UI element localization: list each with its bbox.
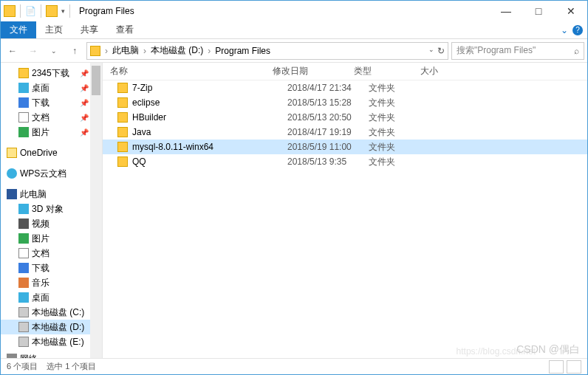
tree-item-label: 本地磁盘 (C:) xyxy=(32,306,84,319)
history-dropdown[interactable]: ⌄ xyxy=(45,42,63,60)
tree-item[interactable]: 此电脑 xyxy=(1,187,102,202)
scrollbar-thumb[interactable] xyxy=(92,66,100,95)
tree-item[interactable]: OneDrive xyxy=(1,145,102,160)
scrollbar[interactable] xyxy=(90,63,102,358)
back-button[interactable]: ← xyxy=(4,42,21,60)
tree-item[interactable]: 文档📌 xyxy=(1,110,102,125)
search-input[interactable]: 搜索"Program Files" ⌕ xyxy=(451,42,584,60)
folder-icon xyxy=(90,46,100,56)
forward-button[interactable]: → xyxy=(24,42,42,60)
dl-icon xyxy=(18,263,29,273)
table-row[interactable]: Java2018/4/17 19:19文件夹 xyxy=(103,125,587,140)
table-row[interactable]: HBuilder2018/5/13 20:50文件夹 xyxy=(103,110,587,125)
doc-icon[interactable]: 📄 xyxy=(25,6,36,16)
tree-item-label: 文档 xyxy=(32,247,49,260)
file-date: 2018/5/13 9:35 xyxy=(287,156,369,167)
breadcrumb[interactable]: 此电脑 xyxy=(109,44,142,57)
tab-home[interactable]: 主页 xyxy=(36,21,72,38)
col-name[interactable]: 名称 xyxy=(110,65,273,78)
file-name: HBuilder xyxy=(132,112,287,123)
tree-item[interactable]: 本地磁盘 (E:) xyxy=(1,334,102,349)
tree-item[interactable]: 下载📌 xyxy=(1,95,102,110)
window-title: Program Files xyxy=(79,6,134,16)
breadcrumb[interactable]: 本地磁盘 (D:) xyxy=(148,44,206,57)
up-button[interactable]: ↑ xyxy=(66,42,83,60)
desk-icon xyxy=(18,83,29,93)
search-icon[interactable]: ⌕ xyxy=(574,46,579,56)
chevron-right-icon[interactable]: › xyxy=(142,46,148,56)
folder-icon xyxy=(117,156,128,167)
pin-icon: 📌 xyxy=(80,69,89,78)
tree-item-label: 桌面 xyxy=(32,82,49,94)
file-date: 2018/4/17 19:19 xyxy=(287,127,369,137)
tree-item[interactable]: 图片📌 xyxy=(1,125,102,140)
file-name: mysql-8.0.11-winx64 xyxy=(132,142,287,152)
separator xyxy=(69,4,70,18)
file-type: 文件夹 xyxy=(369,97,435,109)
breadcrumb[interactable]: Program Files xyxy=(212,46,273,56)
tree-item[interactable]: 本地磁盘 (C:) xyxy=(1,305,102,320)
column-headers[interactable]: 名称 修改日期 类型 大小 xyxy=(103,63,587,80)
table-row[interactable]: 7-Zip2018/4/17 21:34文件夹 xyxy=(103,80,587,95)
tree-item[interactable]: 桌面📌 xyxy=(1,80,102,95)
folder-icon xyxy=(117,97,128,108)
qat-dropdown-icon[interactable]: ▾ xyxy=(61,7,65,15)
col-size[interactable]: 大小 xyxy=(420,65,465,78)
tree-item[interactable]: 下载 xyxy=(1,261,102,275)
cloud-icon xyxy=(7,168,17,179)
folder-icon xyxy=(18,68,29,78)
tree-item[interactable]: WPS云文档 xyxy=(1,166,102,181)
close-button[interactable]: ✕ xyxy=(555,1,587,21)
separator xyxy=(20,4,21,18)
file-type: 文件夹 xyxy=(369,156,435,168)
file-name: Java xyxy=(132,127,287,137)
pic-icon xyxy=(18,127,29,137)
address-bar[interactable]: › 此电脑 › 本地磁盘 (D:) › Program Files ⌄ ↻ xyxy=(86,42,448,60)
chevron-right-icon[interactable]: › xyxy=(103,46,109,56)
pin-icon: 📌 xyxy=(80,84,89,92)
ribbon-expand-icon[interactable]: ⌄ xyxy=(561,25,568,35)
minimize-button[interactable]: — xyxy=(490,1,522,21)
table-row[interactable]: eclipse2018/5/13 15:28文件夹 xyxy=(103,95,587,110)
col-date[interactable]: 修改日期 xyxy=(273,65,354,78)
maximize-button[interactable]: □ xyxy=(522,1,555,21)
drive-icon xyxy=(18,337,29,347)
tree-item[interactable]: 视频 xyxy=(1,216,102,231)
chevron-right-icon[interactable]: › xyxy=(206,46,212,56)
file-type: 文件夹 xyxy=(369,126,435,139)
pin-icon: 📌 xyxy=(80,114,89,122)
tree-item[interactable]: 图片 xyxy=(1,231,102,246)
view-icons-button[interactable] xyxy=(567,360,581,374)
table-row[interactable]: QQ2018/5/13 9:35文件夹 xyxy=(103,154,587,169)
tree-item[interactable]: 文档 xyxy=(1,246,102,261)
file-name: eclipse xyxy=(132,97,287,108)
tab-view[interactable]: 查看 xyxy=(107,21,143,38)
tab-file[interactable]: 文件 xyxy=(1,21,36,38)
pin-icon: 📌 xyxy=(80,99,89,107)
view-details-button[interactable] xyxy=(549,360,564,374)
address-dropdown-icon[interactable]: ⌄ xyxy=(428,46,434,56)
desk-icon xyxy=(18,292,29,303)
tab-share[interactable]: 共享 xyxy=(72,21,107,38)
tree-item[interactable]: 网络 xyxy=(1,351,102,358)
tree-item-label: 图片 xyxy=(32,126,49,139)
nav-bar: ← → ⌄ ↑ › 此电脑 › 本地磁盘 (D:) › Program File… xyxy=(1,39,587,63)
file-type: 文件夹 xyxy=(369,82,435,94)
pic-icon xyxy=(18,233,29,244)
tree-item-label: 本地磁盘 (D:) xyxy=(32,321,84,334)
tree-item[interactable]: 音乐 xyxy=(1,275,102,290)
tree-item[interactable]: 3D 对象 xyxy=(1,202,102,216)
col-type[interactable]: 类型 xyxy=(354,65,420,78)
tree-item-label: 本地磁盘 (E:) xyxy=(32,336,84,348)
music-icon xyxy=(18,278,29,288)
tree-item-label: 音乐 xyxy=(32,277,49,289)
table-row[interactable]: mysql-8.0.11-winx642018/5/19 11:00文件夹 xyxy=(103,140,587,154)
tree-item[interactable]: 桌面 xyxy=(1,290,102,305)
tree-item-label: 文档 xyxy=(32,111,49,124)
nav-tree[interactable]: 2345下载📌桌面📌下载📌文档📌图片📌OneDriveWPS云文档此电脑3D 对… xyxy=(1,63,103,358)
ribbon-tabs: 文件 主页 共享 查看 ⌄ ? xyxy=(1,21,587,39)
refresh-icon[interactable]: ↻ xyxy=(437,46,445,56)
tree-item[interactable]: 2345下载📌 xyxy=(1,66,102,80)
help-icon[interactable]: ? xyxy=(572,25,583,35)
tree-item[interactable]: 本地磁盘 (D:) xyxy=(1,320,102,334)
